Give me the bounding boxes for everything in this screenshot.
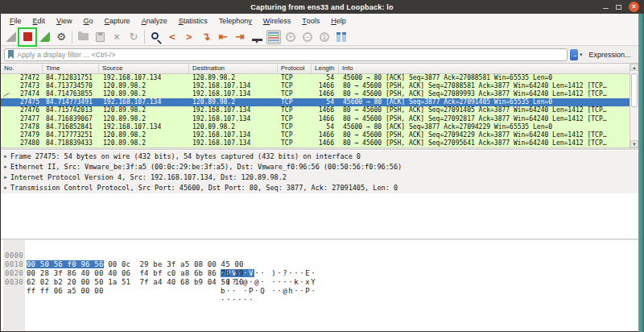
packet-row-27473[interactable]: 2747384.713734570120.89.98.2192.168.107.… bbox=[1, 82, 638, 90]
stop-capture-icon[interactable] bbox=[20, 30, 35, 44]
menu-statistics[interactable]: Statistics bbox=[173, 14, 213, 28]
menu-go[interactable]: Go bbox=[78, 14, 99, 28]
menu-analyze[interactable]: Analyze bbox=[136, 14, 173, 28]
close-capture-icon[interactable]: × bbox=[109, 30, 124, 44]
packet-row-27478[interactable]: 2747884.716852841192.168.107.134120.89.9… bbox=[1, 123, 638, 131]
detail-row[interactable]: ▸Ethernet II, Src: Vmware_be:3f:a5 (00:0… bbox=[1, 161, 638, 172]
hex-row[interactable]: 0020 62 02 b2 20 00 50 1a 51 7f a4 40 68… bbox=[1, 260, 638, 269]
apply-filter-button[interactable]: → bbox=[570, 49, 578, 60]
detail-row[interactable]: ▸Internet Protocol Version 4, Src: 192.1… bbox=[1, 172, 638, 182]
expression-button[interactable]: Expression... bbox=[589, 51, 631, 59]
minimize-icon[interactable] bbox=[603, 8, 609, 9]
find-packet-icon[interactable] bbox=[148, 30, 163, 44]
close-icon[interactable]: × bbox=[629, 2, 639, 12]
colorize-icon[interactable] bbox=[266, 30, 281, 44]
packet-list-header: No. Time Source Destination Protocol Len… bbox=[1, 64, 638, 74]
scrollbar-thumb[interactable] bbox=[631, 73, 638, 107]
packet-row-27472[interactable]: 2747284.712831751192.168.107.134120.89.9… bbox=[1, 74, 638, 82]
go-last-packet-icon[interactable]: ⇥ bbox=[233, 30, 247, 44]
titlebar[interactable]: Capturing from ens33 and Loopback: lo × bbox=[0, 0, 644, 14]
packet-details-pane: ▸Frame 27475: 54 bytes on wire (432 bits… bbox=[1, 150, 638, 239]
resize-columns-icon[interactable] bbox=[334, 30, 349, 44]
column-header-destination[interactable]: Destination bbox=[189, 64, 278, 73]
packet-list-scrollbar[interactable]: ▲ ▼ bbox=[630, 64, 638, 147]
filter-dropdown-icon[interactable]: ▾ bbox=[580, 52, 583, 58]
wireshark-window: Capturing from ens33 and Loopback: lo × … bbox=[0, 0, 644, 332]
column-header-protocol[interactable]: Protocol bbox=[278, 64, 312, 73]
menu-edit[interactable]: Edit bbox=[27, 14, 52, 28]
reload-icon[interactable]: ↻ bbox=[126, 30, 141, 44]
window-title: Capturing from ens33 and Loopback: lo bbox=[250, 3, 393, 11]
column-header-length[interactable]: Length bbox=[312, 64, 339, 73]
packet-row-27475[interactable]: 2747584.714773491192.168.107.134120.89.9… bbox=[1, 98, 638, 106]
menu-tools[interactable]: Tools bbox=[296, 14, 325, 28]
go-forward-icon[interactable]: > bbox=[182, 30, 196, 44]
menu-wireless[interactable]: Wireless bbox=[258, 14, 297, 28]
expand-arrow-icon[interactable]: ▸ bbox=[1, 164, 10, 170]
maximize-icon[interactable] bbox=[616, 5, 621, 10]
app-body: FileEditViewGoCaptureAnalyzeStatisticsTe… bbox=[0, 14, 638, 332]
filter-toolbar: Apply a display filter ... <Ctrl-/> → ▾ … bbox=[1, 46, 638, 64]
packet-row-27477[interactable]: 2747784.716839067120.89.98.2192.168.107.… bbox=[1, 115, 638, 123]
hex-row[interactable]: 0000 00 50 56 f0 96 56 00 0c 29 be 3f a5… bbox=[1, 243, 638, 251]
toolbar-separator bbox=[72, 31, 72, 44]
expand-arrow-icon[interactable]: ▸ bbox=[1, 174, 10, 181]
menu-capture[interactable]: Capture bbox=[99, 14, 136, 28]
go-back-icon[interactable]: < bbox=[165, 30, 180, 44]
save-file-icon[interactable] bbox=[93, 30, 107, 44]
main-toolbar: ⚙×↻<>↴⇤⇥+−1 bbox=[1, 28, 638, 46]
expand-arrow-icon[interactable]: ▸ bbox=[1, 153, 10, 160]
menu-help[interactable]: Help bbox=[325, 14, 352, 28]
go-first-packet-icon[interactable]: ⇤ bbox=[216, 30, 230, 44]
restart-capture-icon[interactable] bbox=[37, 30, 52, 44]
detail-row[interactable]: ▸Frame 27475: 54 bytes on wire (432 bits… bbox=[1, 151, 638, 161]
menu-file[interactable]: File bbox=[4, 14, 27, 28]
packet-row-27476[interactable]: 2747684.715742013120.89.98.2192.168.107.… bbox=[1, 106, 638, 114]
scroll-down-icon[interactable]: ▼ bbox=[630, 140, 638, 147]
scroll-up-icon[interactable]: ▲ bbox=[630, 64, 638, 71]
hex-bytes[interactable]: ff ff 06 a5 00 00 bbox=[27, 287, 104, 296]
column-header-time[interactable]: Time bbox=[43, 64, 99, 73]
packet-row-27480[interactable]: 2748084.718839433120.89.98.2192.168.107.… bbox=[1, 139, 638, 147]
start-capture-icon[interactable] bbox=[3, 30, 18, 44]
expand-arrow-icon[interactable]: ▸ bbox=[1, 185, 10, 191]
toolbar-separator bbox=[144, 31, 145, 44]
menubar: FileEditViewGoCaptureAnalyzeStatisticsTe… bbox=[1, 14, 638, 28]
column-header-no[interactable]: No. bbox=[1, 64, 43, 73]
menu-telephony[interactable]: Telephony bbox=[213, 14, 258, 28]
hex-row[interactable]: 0030 ff ff 06 a5 00 00 ······ bbox=[1, 269, 638, 278]
zoom-100-icon[interactable]: 1 bbox=[317, 30, 332, 44]
filter-bookmark-icon[interactable] bbox=[8, 50, 14, 59]
detail-row[interactable]: ▸Transmission Control Protocol, Src Port… bbox=[1, 183, 638, 193]
hex-offset: 0030 bbox=[5, 278, 23, 287]
hex-ascii[interactable]: ······ bbox=[221, 296, 254, 305]
hex-bytes[interactable]: 62 02 b2 20 00 50 1a 51 7f a4 40 68 b9 0… bbox=[27, 278, 244, 287]
column-header-source[interactable]: Source bbox=[99, 64, 189, 73]
packet-bytes-pane: 0000 00 50 56 f0 96 56 00 0c 29 be 3f a5… bbox=[1, 240, 638, 331]
auto-scroll-icon[interactable] bbox=[250, 30, 264, 44]
column-header-info[interactable]: Info bbox=[339, 64, 638, 73]
packet-row-27474[interactable]: 2747484.714763855120.89.98.2192.168.107.… bbox=[1, 90, 638, 98]
desktop-background bbox=[638, 14, 644, 332]
filter-placeholder: Apply a display filter ... <Ctrl-/> bbox=[17, 51, 116, 59]
go-to-packet-icon[interactable]: ↴ bbox=[199, 30, 213, 44]
menu-view[interactable]: View bbox=[51, 14, 78, 28]
zoom-out-icon[interactable]: − bbox=[300, 30, 315, 44]
packet-list: No. Time Source Destination Protocol Len… bbox=[1, 64, 638, 147]
hex-row[interactable]: 0010 00 28 3f 86 40 00 40 06 f4 bf c0 a8… bbox=[1, 251, 638, 260]
capture-options-icon[interactable]: ⚙ bbox=[54, 30, 68, 44]
display-filter-input[interactable]: Apply a display filter ... <Ctrl-/> bbox=[4, 48, 568, 61]
open-file-icon[interactable] bbox=[76, 30, 90, 44]
hex-ascii[interactable]: b·· ·P·Q ··@h··P· bbox=[221, 287, 316, 296]
packet-row-27479[interactable]: 2747984.717773251120.89.98.2192.168.107.… bbox=[1, 131, 638, 139]
zoom-in-icon[interactable]: + bbox=[283, 30, 298, 44]
